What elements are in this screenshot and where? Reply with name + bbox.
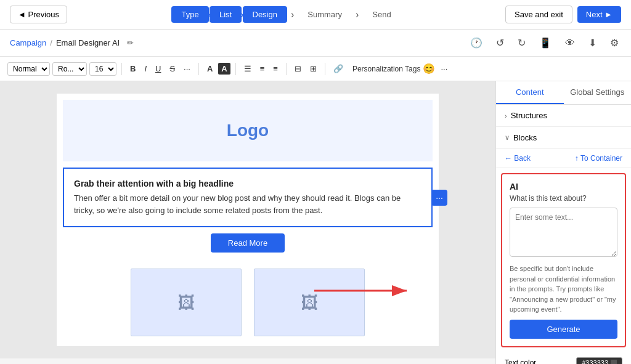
- next-button[interactable]: Next ►: [577, 6, 621, 23]
- divider-4: [286, 63, 287, 75]
- font-select[interactable]: Ro...: [52, 62, 87, 76]
- tab-content[interactable]: Content: [496, 81, 564, 104]
- logo-block[interactable]: Logo: [63, 100, 433, 161]
- italic-button[interactable]: I: [141, 62, 150, 75]
- settings-icon[interactable]: ⚙: [608, 34, 621, 51]
- content-dots-button[interactable]: ···: [431, 190, 447, 206]
- ai-panel: AI What is this text about? Be specific …: [501, 173, 626, 347]
- breadcrumb-campaign[interactable]: Campaign: [10, 38, 46, 47]
- align-center-button[interactable]: ≡: [257, 62, 268, 75]
- breadcrumb-separator: /: [50, 38, 52, 47]
- image-icon-1: 🖼: [177, 293, 195, 313]
- blocks-header[interactable]: ∨ Blocks: [496, 127, 631, 148]
- panel-tabs: Content Global Settings: [496, 81, 631, 105]
- blocks-label: Blocks: [513, 133, 537, 142]
- list-button[interactable]: ⊟: [291, 62, 304, 75]
- align-left-button[interactable]: ☰: [241, 62, 254, 75]
- ai-subtitle: What is this text about?: [510, 194, 617, 203]
- underline-button[interactable]: U: [152, 62, 164, 75]
- top-right-buttons: Save and exit Next ►: [505, 6, 621, 23]
- text-color-swatch[interactable]: #333333: [576, 357, 622, 365]
- divider-5: [325, 63, 325, 75]
- image-placeholder-1[interactable]: 🖼: [131, 269, 242, 336]
- save-exit-button[interactable]: Save and exit: [505, 6, 572, 23]
- download-icon[interactable]: ⬇: [586, 34, 599, 51]
- structures-label: Structures: [511, 111, 547, 120]
- divider-2: [198, 63, 199, 75]
- edit-icon[interactable]: ✏: [127, 38, 134, 47]
- font-color-button[interactable]: A: [204, 62, 216, 75]
- divider-1: [121, 63, 122, 75]
- text-color-value: #333333: [582, 359, 608, 365]
- step-list[interactable]: List: [210, 6, 242, 23]
- content-block[interactable]: Grab their attention with a big headline…: [63, 168, 433, 227]
- toolbar: Normal Ro... 16 B I U S ··· A A ☰ ≡ ≡ ⊟ …: [0, 57, 631, 81]
- style-select[interactable]: Normal: [7, 62, 50, 76]
- ai-hint: Be specific but don't include personal o…: [510, 264, 617, 315]
- eye-icon[interactable]: 👁: [563, 35, 577, 51]
- step-arrow-3: ›: [291, 9, 294, 20]
- redo-icon[interactable]: ↻: [515, 34, 528, 51]
- steps-container: Type › List › Design › Summary › Send: [171, 6, 401, 23]
- prev-button[interactable]: ◄ Previous: [10, 6, 67, 23]
- step-send[interactable]: Send: [362, 6, 401, 23]
- clock-icon[interactable]: 🕐: [468, 34, 485, 51]
- emoji-icon[interactable]: 😊: [423, 63, 435, 75]
- align-right-button[interactable]: ≡: [270, 62, 281, 75]
- chevron-right-icon: ›: [505, 112, 507, 119]
- content-headline: Grab their attention with a big headline: [74, 179, 421, 188]
- color-corner-icon: [611, 360, 617, 365]
- step-arrow-4: ›: [356, 9, 359, 20]
- to-container-link[interactable]: ↑ To Container: [575, 154, 622, 163]
- personalization-tags[interactable]: Personalization Tags: [352, 65, 421, 73]
- image-row: 🖼 🖼: [57, 259, 439, 346]
- breadcrumb-bar: Campaign / Email Designer AI ✏ 🕐 ↺ ↻ 📱 👁…: [0, 30, 631, 57]
- divider-3: [235, 63, 236, 75]
- breadcrumb-page: Email Designer AI: [56, 38, 120, 47]
- strikethrough-button[interactable]: S: [166, 62, 178, 75]
- right-panel: Content Global Settings › Structures ∨ B…: [495, 81, 631, 364]
- text-color-label: Text color: [505, 358, 536, 365]
- chevron-down-icon: ∨: [505, 134, 510, 142]
- bold-button[interactable]: B: [127, 62, 139, 75]
- blocks-section: ∨ Blocks: [496, 127, 631, 149]
- logo-text: Logo: [227, 121, 269, 140]
- content-block-wrapper: Grab their attention with a big headline…: [57, 168, 439, 227]
- ai-textarea[interactable]: [510, 208, 617, 257]
- step-summary[interactable]: Summary: [298, 6, 352, 23]
- breadcrumb: Campaign / Email Designer AI ✏: [10, 38, 134, 47]
- read-more-button[interactable]: Read More: [211, 233, 285, 253]
- canvas-wrapper: Logo Grab their attention with a big hea…: [0, 81, 495, 364]
- text-color-row: Text color #333333: [496, 352, 631, 365]
- image-icon-2: 🖼: [301, 293, 318, 313]
- indent-button[interactable]: ⊞: [307, 62, 320, 75]
- more-button-2[interactable]: ···: [438, 62, 450, 75]
- main-container: Logo Grab their attention with a big hea…: [0, 81, 631, 364]
- breadcrumb-right-icons: 🕐 ↺ ↻ 📱 👁 ⬇ ⚙: [468, 34, 621, 51]
- bg-color-button[interactable]: A: [218, 63, 230, 75]
- email-canvas: Logo Grab their attention with a big hea…: [57, 94, 439, 346]
- panel-nav-row: ← Back ↑ To Container: [496, 149, 631, 168]
- back-link[interactable]: ← Back: [505, 154, 531, 163]
- top-nav: ◄ Previous Type › List › Design › Summar…: [0, 0, 631, 30]
- structures-header[interactable]: › Structures: [496, 105, 631, 126]
- step-type[interactable]: Type: [171, 6, 208, 23]
- step-design[interactable]: Design: [243, 6, 287, 23]
- more-button-1[interactable]: ···: [181, 62, 193, 75]
- ai-generate-button[interactable]: Generate: [510, 320, 617, 339]
- preview-icon[interactable]: 📱: [537, 34, 554, 51]
- canvas-area: Logo Grab their attention with a big hea…: [0, 81, 495, 358]
- tab-global-settings[interactable]: Global Settings: [564, 81, 632, 104]
- structures-section: › Structures: [496, 105, 631, 127]
- size-select[interactable]: 16: [89, 62, 116, 76]
- content-body: Then offer a bit more detail on your new…: [74, 192, 421, 216]
- link-button[interactable]: 🔗: [330, 62, 346, 75]
- undo-icon[interactable]: ↺: [494, 34, 507, 51]
- ai-title: AI: [510, 182, 617, 192]
- image-placeholder-2[interactable]: 🖼: [254, 269, 365, 336]
- read-more-row: Read More: [57, 233, 439, 253]
